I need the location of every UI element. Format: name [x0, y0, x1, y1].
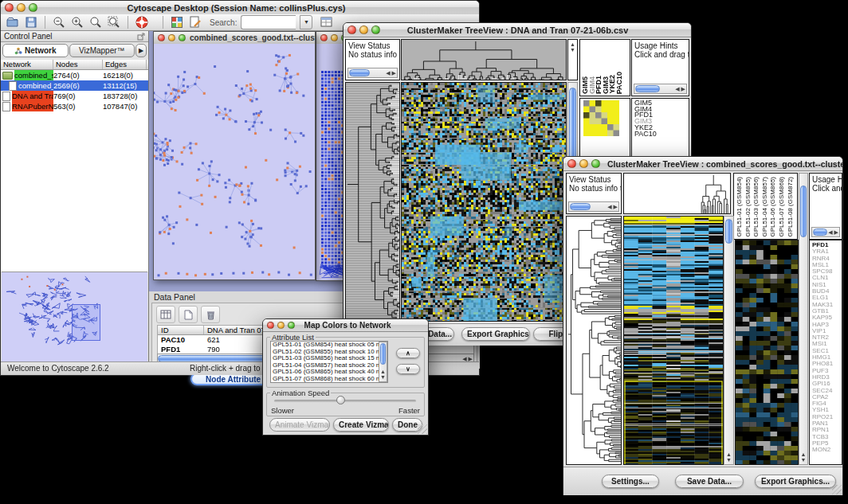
- tv2-row-dendrogram[interactable]: [566, 216, 622, 465]
- network-column-header[interactable]: Nodes: [53, 60, 103, 69]
- minimize-icon[interactable]: [277, 322, 285, 329]
- zoom-in-icon[interactable]: [70, 15, 84, 29]
- attribute-browser-icon[interactable]: [320, 15, 334, 29]
- search-input[interactable]: [241, 15, 296, 29]
- tv1-column-dendrogram-canvas[interactable]: [402, 40, 566, 80]
- scrollbar-thumb[interactable]: [380, 343, 386, 365]
- map-colors-dialog[interactable]: Map Colors to Network Attribute List GPL…: [262, 318, 429, 436]
- network-name-cell[interactable]: combined_sco: [1, 80, 53, 91]
- network-view-titlebar[interactable]: combined_scores_good.txt--cluste...: [154, 32, 315, 45]
- network-table-row[interactable]: combined_sco2569(6)13112(15): [1, 80, 148, 91]
- tab-overflow-button[interactable]: ▶: [135, 44, 147, 57]
- animation-speed-slider-thumb[interactable]: [336, 396, 345, 404]
- tv1-similarity-matrix-canvas[interactable]: [583, 100, 619, 136]
- scroll-arrows[interactable]: ◀ ▶: [462, 356, 473, 361]
- scrollbar-thumb[interactable]: [635, 85, 660, 92]
- array-label[interactable]: PAC10: [616, 72, 623, 94]
- close-icon[interactable]: [347, 25, 356, 34]
- minimize-icon[interactable]: [579, 159, 588, 168]
- scroll-arrows[interactable]: ▲▼: [568, 41, 577, 53]
- network-table-row[interactable]: combined_scores2764(0)16218(0): [1, 70, 148, 80]
- attribute-list[interactable]: GPL51-01 (GSM854) heat shock 05 minGPL51…: [270, 341, 388, 383]
- tv2-heatmap-vscrollbar[interactable]: ▲▼: [724, 216, 734, 465]
- create-vizmap-button[interactable]: Create Vizmap: [333, 418, 389, 432]
- scrollbar-thumb[interactable]: [349, 69, 370, 76]
- gene-label[interactable]: MON2: [812, 447, 842, 453]
- treeview2-titlebar[interactable]: ClusterMaker TreeView : combined_scores_…: [563, 157, 842, 171]
- animate-vizmap-button[interactable]: Animate Vizmap: [269, 418, 330, 432]
- close-icon[interactable]: [320, 34, 328, 41]
- zoom-out-icon[interactable]: [52, 15, 66, 29]
- tv2-zoom-vscrollbar[interactable]: ▲▼: [799, 173, 808, 465]
- save-icon[interactable]: [24, 15, 38, 29]
- tv1-column-dendrogram[interactable]: [401, 39, 567, 80]
- float-panel-icon[interactable]: [137, 33, 145, 41]
- network-table-row[interactable]: DNA and Tran 07769(0)183728(0): [1, 91, 148, 101]
- attribute-list-item[interactable]: GPL51-07 (GSM868) heat shock 60 min: [273, 376, 387, 383]
- scroll-arrows[interactable]: ◀ ▶: [828, 229, 838, 235]
- help-lifering-icon[interactable]: [135, 15, 149, 29]
- close-icon[interactable]: [158, 34, 165, 41]
- scrollbar-thumb[interactable]: [813, 229, 828, 236]
- array-label[interactable]: GPL51-07 (GSM868): [778, 177, 787, 237]
- move-down-button[interactable]: ∨: [396, 364, 420, 374]
- minimize-icon[interactable]: [331, 34, 338, 41]
- zoom-window-icon[interactable]: [179, 34, 186, 41]
- network-name-cell[interactable]: RNAPuberNov2+: [1, 101, 53, 111]
- network-name-cell[interactable]: DNA and Tran 07: [1, 91, 53, 101]
- array-label[interactable]: GPL51-04 (GSM857): [761, 177, 770, 237]
- export-graphics-button[interactable]: Export Graphics...: [755, 475, 836, 488]
- zoom-window-icon[interactable]: [288, 322, 295, 329]
- network-column-header[interactable]: Edges: [103, 60, 147, 69]
- close-icon[interactable]: [267, 322, 274, 329]
- minimize-icon[interactable]: [17, 3, 26, 12]
- tv1-row-dendrogram[interactable]: [345, 82, 400, 322]
- search-dropdown-icon[interactable]: ▼: [300, 15, 312, 29]
- tv2-zoom-panel[interactable]: [735, 240, 799, 465]
- move-up-button[interactable]: ∧: [396, 348, 420, 358]
- window-controls[interactable]: [1, 3, 41, 12]
- new-attribute-icon[interactable]: [179, 306, 198, 323]
- minimize-icon[interactable]: [359, 25, 368, 34]
- attribute-list-vscrollbar[interactable]: ▲▼: [379, 342, 387, 382]
- treeview1-titlebar[interactable]: ClusterMaker TreeView : DNA and Tran 07-…: [344, 23, 691, 37]
- network-column-header[interactable]: Network: [1, 60, 53, 69]
- tv2-hints-hscrollbar[interactable]: ◀ ▶: [811, 227, 840, 237]
- array-label[interactable]: GPL51-08 (GSM872): [787, 177, 795, 237]
- birdseye-view[interactable]: [2, 272, 147, 363]
- zoom-window-icon[interactable]: [591, 159, 600, 168]
- dialog-titlebar[interactable]: Map Colors to Network: [263, 319, 428, 332]
- scrollbar-thumb[interactable]: [570, 203, 591, 210]
- array-label[interactable]: GPL51-06 (GSM865): [769, 177, 778, 237]
- tv2-column-dendrogram[interactable]: [623, 173, 731, 214]
- export-graphics-button[interactable]: Export Graphics...: [461, 327, 530, 341]
- tv2-heatmap[interactable]: [623, 216, 724, 465]
- array-label[interactable]: GPL51-01 (GSM854): [736, 177, 744, 237]
- scroll-arrows[interactable]: ◀ ▶: [675, 86, 685, 92]
- zoom-window-icon[interactable]: [29, 3, 37, 12]
- open-folder-icon[interactable]: [6, 15, 20, 29]
- attribute-column-header[interactable]: ID: [158, 326, 204, 334]
- scroll-arrows[interactable]: ◀ ▶: [607, 204, 618, 209]
- birdseye-viewport-rect[interactable]: [72, 304, 100, 341]
- scroll-arrows[interactable]: ▲▼: [799, 451, 807, 463]
- minimize-icon[interactable]: [168, 34, 175, 41]
- zoom-window-icon[interactable]: [371, 25, 380, 34]
- tab-network[interactable]: Network: [2, 44, 69, 57]
- tv1-dendro-scroll-strip[interactable]: ▲▼: [567, 39, 578, 80]
- scrollbar-thumb[interactable]: [725, 219, 732, 244]
- tv1-heatmap-canvas[interactable]: [402, 83, 566, 321]
- tv1-heatmap[interactable]: [401, 82, 567, 322]
- gene-label[interactable]: PAC10: [634, 131, 689, 138]
- tv2-row-dendrogram-canvas[interactable]: [567, 217, 621, 464]
- array-label[interactable]: GPL51-03 (GSM856): [752, 177, 761, 237]
- tv2-column-dendrogram-canvas[interactable]: [624, 174, 730, 213]
- settings-button[interactable]: Settings...: [602, 475, 659, 488]
- network-view-canvas[interactable]: [154, 44, 315, 279]
- close-icon[interactable]: [567, 159, 576, 168]
- close-icon[interactable]: [5, 3, 14, 12]
- network-name-cell[interactable]: combined_scores: [1, 70, 53, 80]
- zoom-fit-icon[interactable]: [107, 15, 121, 29]
- annotation-icon[interactable]: [188, 15, 202, 29]
- tab-vizmapper[interactable]: VizMapper™: [69, 44, 135, 57]
